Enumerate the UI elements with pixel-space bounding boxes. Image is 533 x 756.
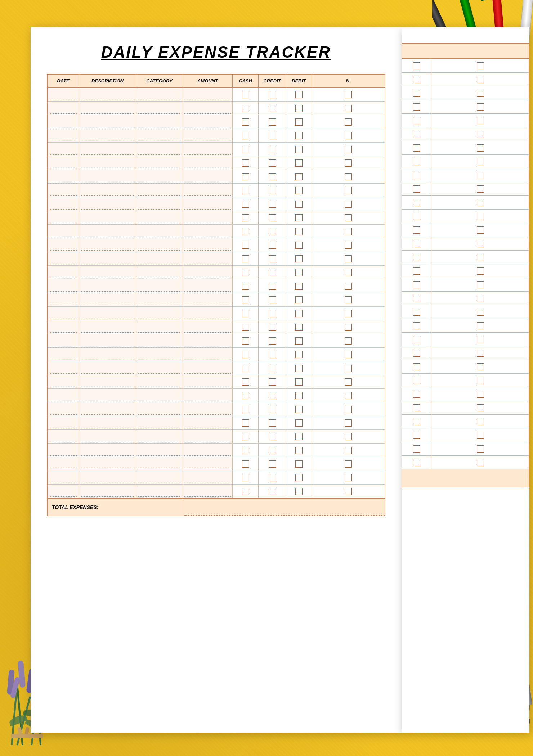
checkbox-cash[interactable] bbox=[242, 187, 249, 194]
ext-cell-2[interactable] bbox=[432, 401, 529, 414]
checkbox-ext1[interactable] bbox=[413, 432, 420, 439]
cell-description[interactable] bbox=[79, 416, 136, 429]
ext-row[interactable] bbox=[402, 319, 529, 333]
cell-note[interactable] bbox=[312, 252, 385, 265]
table-row[interactable] bbox=[48, 238, 385, 252]
ext-row[interactable] bbox=[402, 305, 529, 319]
cell-description[interactable] bbox=[79, 320, 136, 334]
checkbox-debit[interactable] bbox=[295, 187, 303, 194]
checkbox-debit[interactable] bbox=[295, 242, 303, 249]
ext-row[interactable] bbox=[402, 141, 529, 155]
ext-cell-1[interactable] bbox=[402, 59, 432, 72]
cell-date[interactable] bbox=[48, 225, 79, 238]
checkbox-debit[interactable] bbox=[295, 228, 303, 235]
cell-description[interactable] bbox=[79, 170, 136, 183]
ext-cell-1[interactable] bbox=[402, 210, 432, 223]
ext-cell-2[interactable] bbox=[432, 456, 529, 469]
table-row[interactable] bbox=[48, 471, 385, 485]
cell-debit[interactable] bbox=[286, 430, 312, 443]
cell-amount[interactable] bbox=[183, 129, 233, 142]
cell-description[interactable] bbox=[79, 485, 136, 498]
cell-amount[interactable] bbox=[183, 225, 233, 238]
cell-credit[interactable] bbox=[259, 416, 286, 429]
cell-category[interactable] bbox=[136, 170, 183, 183]
table-row[interactable] bbox=[48, 402, 385, 416]
checkbox-ext1[interactable] bbox=[413, 267, 420, 275]
cell-amount[interactable] bbox=[183, 211, 233, 224]
cell-amount[interactable] bbox=[183, 389, 233, 402]
checkbox-credit[interactable] bbox=[269, 255, 276, 262]
cell-category[interactable] bbox=[136, 430, 183, 443]
table-row[interactable] bbox=[48, 457, 385, 471]
ext-cell-1[interactable] bbox=[402, 168, 432, 182]
cell-date[interactable] bbox=[48, 485, 79, 498]
ext-row[interactable] bbox=[402, 374, 529, 387]
ext-cell-2[interactable] bbox=[432, 127, 529, 141]
cell-cash[interactable] bbox=[233, 485, 259, 498]
cell-note[interactable] bbox=[312, 143, 385, 156]
checkbox-credit[interactable] bbox=[269, 159, 276, 167]
cell-date[interactable] bbox=[48, 279, 79, 293]
checkbox-credit[interactable] bbox=[269, 488, 276, 495]
cell-amount[interactable] bbox=[183, 375, 233, 388]
ext-cell-2[interactable] bbox=[432, 141, 529, 154]
checkbox-debit[interactable] bbox=[295, 324, 303, 331]
cell-debit[interactable] bbox=[286, 170, 312, 183]
checkbox-ext1[interactable] bbox=[413, 62, 420, 69]
ext-cell-1[interactable] bbox=[402, 264, 432, 278]
cell-amount[interactable] bbox=[183, 334, 233, 347]
checkbox-cash[interactable] bbox=[242, 337, 249, 345]
cell-amount[interactable] bbox=[183, 348, 233, 361]
checkbox-debit[interactable] bbox=[295, 406, 303, 413]
checkbox-ext1[interactable] bbox=[413, 363, 420, 370]
checkbox-ext2[interactable] bbox=[477, 309, 484, 316]
cell-note[interactable] bbox=[312, 238, 385, 252]
cell-cash[interactable] bbox=[233, 320, 259, 334]
ext-cell-1[interactable] bbox=[402, 401, 432, 414]
checkbox-ext1[interactable] bbox=[413, 295, 420, 302]
cell-credit[interactable] bbox=[259, 348, 286, 361]
ext-cell-1[interactable] bbox=[402, 360, 432, 373]
checkbox-ext1[interactable] bbox=[413, 185, 420, 193]
checkbox-credit[interactable] bbox=[269, 365, 276, 372]
checkbox-credit[interactable] bbox=[269, 419, 276, 427]
cell-debit[interactable] bbox=[286, 252, 312, 265]
checkbox-note[interactable] bbox=[345, 91, 352, 98]
checkbox-note[interactable] bbox=[345, 105, 352, 112]
cell-debit[interactable] bbox=[286, 307, 312, 320]
checkbox-cash[interactable] bbox=[242, 433, 249, 440]
cell-date[interactable] bbox=[48, 334, 79, 347]
cell-credit[interactable] bbox=[259, 361, 286, 375]
cell-credit[interactable] bbox=[259, 485, 286, 498]
checkbox-credit[interactable] bbox=[269, 474, 276, 481]
cell-amount[interactable] bbox=[183, 457, 233, 471]
checkbox-cash[interactable] bbox=[242, 201, 249, 208]
ext-cell-1[interactable] bbox=[402, 114, 432, 127]
ext-row[interactable] bbox=[402, 155, 529, 168]
table-row[interactable] bbox=[48, 279, 385, 293]
checkbox-credit[interactable] bbox=[269, 447, 276, 454]
checkbox-credit[interactable] bbox=[269, 378, 276, 386]
cell-amount[interactable] bbox=[183, 416, 233, 429]
cell-debit[interactable] bbox=[286, 238, 312, 252]
cell-credit[interactable] bbox=[259, 444, 286, 457]
ext-cell-1[interactable] bbox=[402, 428, 432, 442]
checkbox-note[interactable] bbox=[345, 488, 352, 495]
ext-cell-2[interactable] bbox=[432, 168, 529, 182]
table-row[interactable] bbox=[48, 156, 385, 170]
cell-amount[interactable] bbox=[183, 184, 233, 197]
checkbox-credit[interactable] bbox=[269, 173, 276, 180]
cell-note[interactable] bbox=[312, 102, 385, 115]
cell-credit[interactable] bbox=[259, 197, 286, 211]
cell-amount[interactable] bbox=[183, 471, 233, 484]
cell-category[interactable] bbox=[136, 102, 183, 115]
ext-cell-1[interactable] bbox=[402, 73, 432, 86]
ext-cell-2[interactable] bbox=[432, 278, 529, 291]
checkbox-ext2[interactable] bbox=[477, 391, 484, 398]
table-row[interactable] bbox=[48, 102, 385, 115]
cell-amount[interactable] bbox=[183, 307, 233, 320]
cell-date[interactable] bbox=[48, 293, 79, 306]
checkbox-ext1[interactable] bbox=[413, 117, 420, 124]
cell-note[interactable] bbox=[312, 416, 385, 429]
cell-cash[interactable] bbox=[233, 266, 259, 279]
